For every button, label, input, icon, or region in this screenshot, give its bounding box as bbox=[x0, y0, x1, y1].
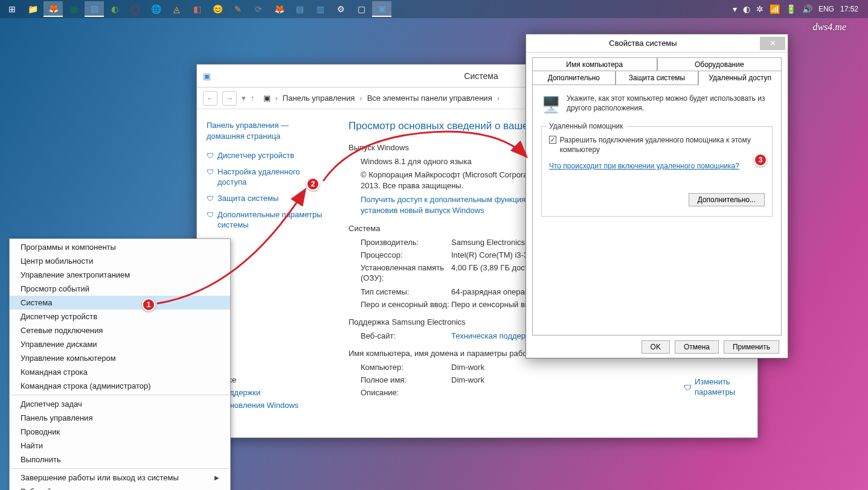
forward-button[interactable]: → bbox=[222, 91, 237, 106]
remote-assistance-group: Удаленный помощник ✓ Разрешить подключен… bbox=[541, 126, 773, 217]
menu-item[interactable]: Управление электропитанием bbox=[10, 268, 230, 282]
language-indicator[interactable]: ENG bbox=[818, 5, 834, 13]
window-icon: ▣ bbox=[203, 71, 211, 81]
cancel-button[interactable]: Отмена bbox=[675, 340, 719, 354]
what-happens-link[interactable]: Что происходит при включении удаленного … bbox=[549, 162, 765, 170]
menu-item[interactable]: Диспетчер задач bbox=[10, 397, 230, 411]
chevron-right-icon: › bbox=[497, 94, 500, 103]
group-title: Удаленный помощник bbox=[547, 122, 626, 130]
app-icon-13[interactable]: ⟳ bbox=[249, 1, 268, 17]
remote-icon: 🖥️ bbox=[541, 94, 561, 115]
label: Веб-сайт: bbox=[349, 331, 451, 340]
sidebar-link-advanced[interactable]: 🛡Дополнительные параметры системы bbox=[207, 210, 323, 231]
label: Описание: bbox=[349, 388, 451, 397]
tab-remote[interactable]: Удаленный доступ bbox=[698, 71, 782, 85]
allow-remote-assistance-checkbox[interactable]: ✓ bbox=[549, 136, 556, 144]
value: Перо и сенсорный ввод bbox=[451, 300, 538, 309]
sidebar-link-protection[interactable]: 🛡Защита системы bbox=[207, 194, 323, 204]
windows-copyright: © Корпорация Майкрософт (Microsoft Corpo… bbox=[349, 170, 548, 191]
back-button[interactable]: ← bbox=[203, 91, 217, 106]
menu-item[interactable]: Найти bbox=[10, 439, 230, 453]
ok-button[interactable]: OK bbox=[641, 340, 670, 354]
system-tray: ▾ ◐ ✲ 📶 🔋 🔊 ENG 17:52 bbox=[733, 4, 866, 14]
menu-item[interactable]: Центр мобильности bbox=[10, 254, 230, 268]
network-icon[interactable]: 📶 bbox=[770, 4, 780, 14]
breadcrumb-b[interactable]: Все элементы панели управления bbox=[367, 94, 492, 103]
app-icon-18[interactable]: ▢ bbox=[352, 1, 371, 17]
menu-item[interactable]: Программы и компоненты bbox=[10, 240, 230, 254]
menu-item[interactable]: Проводник bbox=[10, 425, 230, 439]
steam-icon[interactable]: ⚙ bbox=[331, 1, 350, 17]
shield-icon: 🛡 bbox=[207, 194, 214, 204]
dialog-title: Свойства системы bbox=[526, 39, 760, 48]
app-icon-10[interactable]: ◧ bbox=[187, 1, 207, 17]
system-properties-dialog: Свойства системы ✕ Имя компьютера Оборуд… bbox=[526, 34, 788, 358]
up-button[interactable]: ↑ bbox=[251, 94, 255, 103]
menu-item[interactable]: Диспетчер устройств bbox=[10, 310, 230, 323]
app-icon-19[interactable]: ▣ bbox=[372, 1, 391, 17]
app-icon-5[interactable]: ▧ bbox=[85, 1, 104, 17]
opera-icon[interactable]: ◯ bbox=[126, 1, 145, 17]
menu-item[interactable]: Система bbox=[10, 296, 230, 310]
menu-item[interactable]: Управление компьютером bbox=[10, 351, 230, 365]
chevron-right-icon: › bbox=[359, 94, 362, 103]
battery-icon[interactable]: 🔋 bbox=[786, 4, 796, 14]
menu-item[interactable]: Просмотр событий bbox=[10, 282, 230, 296]
aimp-icon[interactable]: ◬ bbox=[167, 1, 186, 17]
tab-strip: Имя компьютера Оборудование Дополнительн… bbox=[526, 52, 788, 85]
intro-text: Укажите, как этот компьютер можно будет … bbox=[567, 94, 773, 115]
tray-icon-1[interactable]: ◐ bbox=[743, 4, 750, 14]
gimp-icon[interactable]: 🦊 bbox=[269, 1, 289, 17]
support-link[interactable]: Техническая поддержк bbox=[451, 331, 534, 340]
winx-menu: Программы и компонентыЦентр мобильностиУ… bbox=[9, 238, 231, 490]
tray-icon-2[interactable]: ✲ bbox=[756, 4, 764, 14]
menu-item[interactable]: Командная строка (администратор) bbox=[10, 379, 230, 393]
tab-advanced[interactable]: Дополнительно bbox=[532, 71, 616, 85]
breadcrumb-root-icon[interactable]: ▣ bbox=[263, 94, 271, 103]
menu-item[interactable]: Выполнить bbox=[10, 453, 230, 466]
menu-item[interactable]: Рабочий стол bbox=[10, 485, 230, 490]
firefox-icon[interactable]: 🦊 bbox=[43, 1, 63, 17]
clock[interactable]: 17:52 bbox=[840, 5, 858, 13]
taskbar-apps: ⊞ 📁 🦊 ▦ ▧ ◐ ◯ 🌐 ◬ ◧ 😊 ✎ ⟳ 🦊 ▤ ▥ ⚙ ▢ ▣ bbox=[2, 1, 391, 17]
chevron-up-icon[interactable]: ▾ bbox=[733, 4, 737, 14]
value: Samsung Electronics bbox=[451, 238, 525, 247]
label: Перо и сенсорный ввод: bbox=[349, 300, 451, 309]
breadcrumb-a[interactable]: Панель управления bbox=[283, 94, 355, 103]
tab-computer-name[interactable]: Имя компьютера bbox=[532, 57, 657, 71]
notepad-icon[interactable]: ▤ bbox=[290, 1, 309, 17]
menu-item[interactable]: Командная строка bbox=[10, 365, 230, 379]
excel-icon[interactable]: ▦ bbox=[64, 1, 83, 17]
explorer-icon[interactable]: 📁 bbox=[23, 1, 42, 17]
chrome-icon[interactable]: 🌐 bbox=[146, 1, 166, 17]
chevron-down-icon[interactable]: ▾ bbox=[242, 94, 246, 103]
tab-protection[interactable]: Защита системы bbox=[616, 71, 699, 85]
advanced-button[interactable]: Дополнительно... bbox=[689, 193, 765, 206]
change-settings-link[interactable]: 🛡 Изменить параметры bbox=[684, 377, 743, 398]
shield-icon: 🛡 bbox=[684, 383, 692, 392]
volume-icon[interactable]: 🔊 bbox=[802, 4, 812, 14]
app-icon-16[interactable]: ▥ bbox=[310, 1, 330, 17]
sidebar-home-link[interactable]: Панель управления — домашняя страница bbox=[207, 120, 323, 141]
utorrent-icon[interactable]: ◐ bbox=[105, 1, 124, 17]
label: Компьютер: bbox=[349, 363, 451, 372]
value: Dim-work bbox=[451, 363, 484, 372]
dialog-titlebar[interactable]: Свойства системы ✕ bbox=[526, 34, 788, 52]
menu-separator bbox=[11, 468, 229, 469]
label: Процессор: bbox=[349, 250, 451, 259]
menu-item[interactable]: Завершение работы или выход из системы▶ bbox=[10, 471, 230, 485]
shield-icon: 🛡 bbox=[207, 211, 214, 220]
start-button[interactable]: ⊞ bbox=[2, 1, 22, 17]
chevron-right-icon: › bbox=[275, 94, 278, 103]
apply-button[interactable]: Применить bbox=[724, 340, 779, 354]
taskbar: ⊞ 📁 🦊 ▦ ▧ ◐ ◯ 🌐 ◬ ◧ 😊 ✎ ⟳ 🦊 ▤ ▥ ⚙ ▢ ▣ ▾ … bbox=[0, 0, 868, 18]
sidebar-link-devmgr[interactable]: 🛡Диспетчер устройств bbox=[207, 151, 323, 161]
windows-upgrade-link[interactable]: Получить доступ к дополнительным функция… bbox=[349, 194, 548, 215]
menu-item[interactable]: Сетевые подключения bbox=[10, 323, 230, 337]
tab-hardware[interactable]: Оборудование bbox=[657, 57, 782, 71]
close-button[interactable]: ✕ bbox=[760, 37, 785, 50]
menu-item[interactable]: Панель управления bbox=[10, 411, 230, 425]
menu-item[interactable]: Управление дисками bbox=[10, 337, 230, 351]
app-icon-11[interactable]: 😊 bbox=[208, 1, 227, 17]
app-icon-12[interactable]: ✎ bbox=[228, 1, 248, 17]
